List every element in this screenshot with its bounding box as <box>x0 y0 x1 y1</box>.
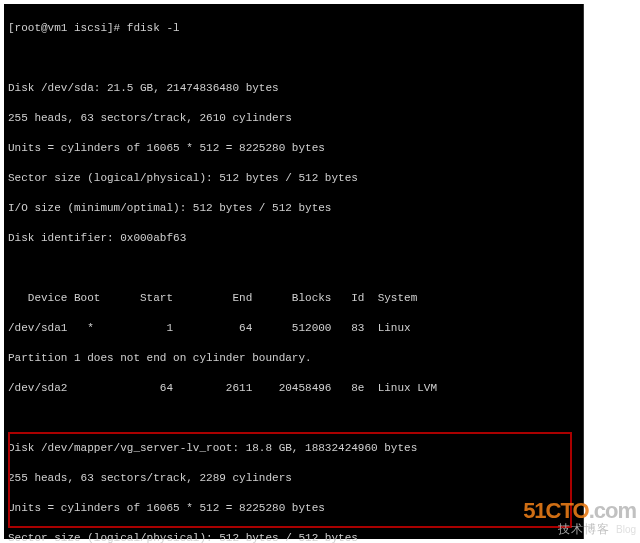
lvroot-geom: 255 heads, 63 sectors/track, 2289 cylind… <box>8 471 579 486</box>
watermark-subtitle: 技术博客Blog <box>523 522 636 537</box>
part-warn: Partition 1 does not end on cylinder bou… <box>8 351 579 366</box>
watermark-brand-main: 51CTO <box>523 498 589 523</box>
sda-ident: Disk identifier: 0x000abf63 <box>8 231 579 246</box>
part-sda1: /dev/sda1 * 1 64 512000 83 Linux <box>8 321 579 336</box>
watermark-blog-text: Blog <box>616 524 636 535</box>
lvroot-sect: Sector size (logical/physical): 512 byte… <box>8 531 579 543</box>
blank-line <box>8 261 579 276</box>
watermark-sub-text: 技术博客 <box>558 522 610 536</box>
blank-line <box>8 51 579 66</box>
watermark: 51CTO.com 技术博客Blog <box>523 500 636 537</box>
shell-prompt[interactable]: [root@vm1 iscsi]# fdisk -l <box>8 21 579 36</box>
lvroot-units: Units = cylinders of 16065 * 512 = 82252… <box>8 501 579 516</box>
watermark-brand-suffix: .com <box>589 498 636 523</box>
sda-geom: 255 heads, 63 sectors/track, 2610 cylind… <box>8 111 579 126</box>
sda-sect: Sector size (logical/physical): 512 byte… <box>8 171 579 186</box>
terminal-window[interactable]: [root@vm1 iscsi]# fdisk -l Disk /dev/sda… <box>4 4 584 539</box>
blank-line <box>8 411 579 426</box>
lvroot-header: Disk /dev/mapper/vg_server-lv_root: 18.8… <box>8 441 579 456</box>
part-table-header: Device Boot Start End Blocks Id System <box>8 291 579 306</box>
sda-io: I/O size (minimum/optimal): 512 bytes / … <box>8 201 579 216</box>
sda-header: Disk /dev/sda: 21.5 GB, 21474836480 byte… <box>8 81 579 96</box>
part-sda2: /dev/sda2 64 2611 20458496 8e Linux LVM <box>8 381 579 396</box>
sda-units: Units = cylinders of 16065 * 512 = 82252… <box>8 141 579 156</box>
watermark-brand: 51CTO.com <box>523 500 636 522</box>
